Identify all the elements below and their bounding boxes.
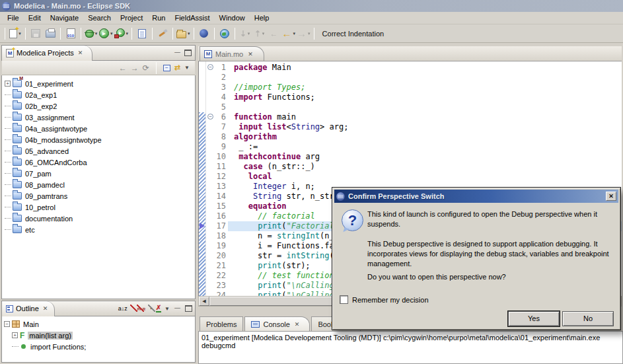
back-button[interactable]: ←▾ [282, 26, 296, 41]
forward-icon[interactable]: → [131, 64, 139, 72]
project-item-08_pamdecl[interactable]: 08_pamdecl [2, 179, 195, 190]
code-line-8[interactable]: algorithm [228, 132, 622, 142]
collapse-all-icon[interactable]: − [163, 65, 170, 71]
fold-collapse-icon[interactable]: − [207, 64, 213, 70]
code-line-1[interactable]: package Main [228, 63, 622, 73]
refresh-icon[interactable]: ⟳ [143, 64, 149, 72]
tab-outline[interactable]: Outline ✕ [2, 301, 55, 316]
code-line-5[interactable] [228, 102, 622, 112]
new-wizard-button[interactable]: ▾ [9, 26, 22, 41]
show-console-button[interactable] [135, 26, 149, 41]
project-item-09_pamtrans[interactable]: 09_pamtrans [2, 190, 195, 201]
next-annotation-button[interactable]: ⇣▾ [238, 26, 252, 41]
back-icon[interactable]: ← [119, 64, 127, 72]
binary-file-button[interactable]: 010 [64, 26, 77, 41]
hide-protected-icon[interactable]: • [149, 305, 153, 312]
web-browser-icon [220, 29, 229, 38]
dialog-title-bar[interactable]: Confirm Perspective Switch ✕ [334, 190, 618, 203]
expander-icon[interactable]: + [12, 332, 18, 338]
maximize-icon[interactable] [185, 305, 192, 312]
debug-button[interactable]: ▾ [85, 26, 98, 41]
view-menu-icon[interactable]: ▼ [165, 306, 170, 312]
no-button[interactable]: No [562, 311, 614, 326]
hide-imports-icon[interactable]: ✗ [156, 305, 161, 312]
menu-search[interactable]: Search [83, 13, 116, 23]
print-button[interactable] [44, 26, 57, 41]
previous-annotation-button[interactable]: ⇡▾ [253, 26, 266, 41]
project-item-07_pam[interactable]: 07_pam [2, 168, 195, 179]
menu-file[interactable]: File [3, 13, 24, 23]
yes-button[interactable]: Yes [508, 311, 560, 326]
project-item-02b_exp2[interactable]: 02b_exp2 [2, 100, 195, 112]
tab-modelica-projects[interactable]: M Modelica Projects ✕ [2, 46, 92, 61]
folder-icon [13, 114, 22, 121]
sort-alphabetically-icon[interactable]: a↓z [118, 305, 128, 312]
project-item-01_experiment[interactable]: +01_experiment [2, 78, 195, 89]
menu-help[interactable]: Help [250, 13, 274, 23]
link-with-editor-icon[interactable]: ⇄ [174, 63, 180, 72]
paintbrush-button[interactable] [156, 26, 169, 41]
fold-collapse-icon[interactable]: − [207, 114, 213, 120]
menu-fieldassist[interactable]: FieldAssist [170, 13, 214, 23]
code-line-3[interactable]: //import Types; [228, 83, 622, 92]
close-icon[interactable]: ✕ [43, 305, 48, 312]
menu-navigate[interactable]: Navigate [46, 13, 83, 23]
minimize-icon[interactable]: — [173, 305, 182, 312]
code-line-11[interactable]: case (n_str::_) [228, 162, 622, 172]
tab-problems[interactable]: Problems [200, 316, 243, 331]
navigate-sphere-button[interactable] [198, 26, 211, 41]
close-icon[interactable]: ✕ [78, 50, 83, 56]
hide-fields-icon[interactable] [131, 305, 134, 312]
open-folder-button[interactable]: ▾ [176, 26, 190, 41]
folding-ruler: −− [207, 61, 215, 296]
run-button[interactable]: ▶▾ [99, 26, 113, 41]
toolbar-separator [25, 28, 26, 40]
project-item-05_advanced[interactable]: 05_advanced [2, 145, 195, 157]
code-line-9[interactable]: _ := [228, 142, 622, 152]
maximize-icon[interactable] [184, 50, 192, 56]
console-output[interactable]: 01_experiment [Modelica Developement Too… [198, 331, 623, 364]
project-item-documentation[interactable]: documentation [2, 213, 195, 224]
code-line-6[interactable]: function main [228, 112, 622, 122]
forward-button[interactable]: →▾ [297, 26, 311, 41]
code-line-12[interactable]: local [228, 172, 622, 182]
web-browser-button[interactable] [218, 26, 231, 41]
project-item-06_OMCAndCorba[interactable]: 06_OMCAndCorba [2, 157, 195, 168]
menu-window[interactable]: Window [215, 13, 250, 23]
dialog-close-icon[interactable]: ✕ [606, 192, 616, 201]
view-menu-icon[interactable]: ▼ [184, 65, 190, 71]
outline-item[interactable]: +Fmain(list arg) [2, 330, 195, 341]
scroll-left-icon[interactable]: ◀ [199, 297, 209, 306]
project-item-10_petrol[interactable]: 10_petrol [2, 201, 195, 213]
project-item-04b_modassigntwotype[interactable]: 04b_modassigntwotype [2, 134, 195, 145]
folder-icon [13, 181, 22, 188]
debug-icon [85, 30, 94, 38]
close-icon[interactable]: ✕ [248, 51, 253, 57]
code-line-7[interactable]: input list<String> arg; [228, 122, 622, 132]
code-line-2[interactable] [228, 73, 622, 83]
tab-console[interactable]: Console✕ [244, 316, 310, 331]
outline-item[interactable]: import Functions; [2, 341, 195, 352]
expander-icon[interactable]: + [5, 81, 11, 87]
code-line-4[interactable]: import Functions; [228, 92, 622, 102]
code-line-10[interactable]: matchcontinue arg [228, 152, 622, 162]
last-edit-location-button[interactable]: ← [268, 26, 281, 41]
run-external-button[interactable]: ▶▾ [114, 26, 129, 41]
project-item-03_assignment[interactable]: 03_assignment [2, 112, 195, 123]
project-item-etc[interactable]: etc [2, 224, 195, 235]
project-item-04a_assigntwotype[interactable]: 04a_assigntwotype [2, 123, 195, 134]
menu-edit[interactable]: Edit [24, 13, 46, 23]
close-icon[interactable]: ✕ [295, 321, 300, 328]
tab-main-mo[interactable]: M Main.mo ✕ [200, 46, 264, 61]
outline-item[interactable]: −Main [2, 318, 195, 330]
menu-project[interactable]: Project [116, 13, 147, 23]
project-item-02a_exp1[interactable]: 02a_exp1 [2, 89, 195, 100]
expander-icon[interactable]: − [4, 321, 10, 327]
hide-parameters-icon[interactable]: PAR [137, 305, 145, 312]
correct-indentation-button[interactable]: Correct Indentation [322, 30, 385, 38]
remember-decision-checkbox[interactable] [340, 295, 348, 304]
line-number: 5 [215, 102, 226, 112]
save-button[interactable] [29, 26, 42, 41]
minimize-icon[interactable]: — [173, 50, 182, 57]
menu-run[interactable]: Run [147, 13, 170, 23]
